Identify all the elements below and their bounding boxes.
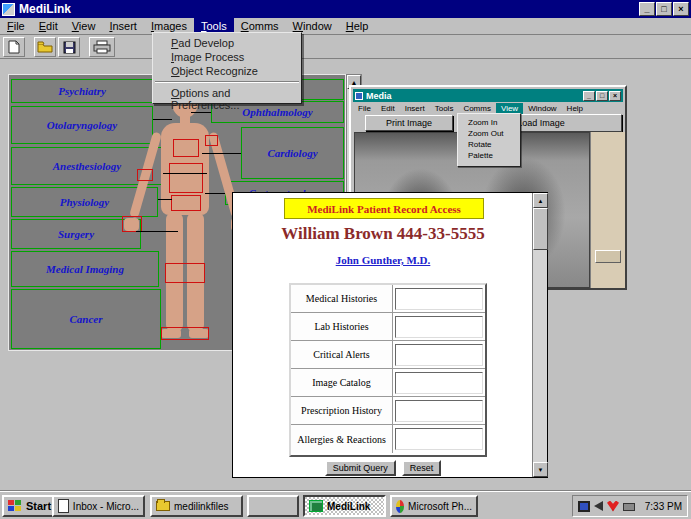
medilink-app-icon[interactable]: [2, 3, 15, 16]
roi-left-hand[interactable]: [122, 216, 142, 232]
medilink-application: MediLink _ □ × File Edit View Insert Ima…: [0, 0, 691, 519]
media-maximize-icon[interactable]: □: [596, 91, 608, 101]
critical-alerts-input[interactable]: [395, 344, 483, 366]
specialty-medical-imaging[interactable]: Medical Imaging: [11, 251, 159, 287]
tools-menu-options-preferences[interactable]: Options and Preferences...: [153, 86, 301, 112]
field-label-allergies-reactions: Allergies & Reactions: [291, 425, 393, 453]
media-menu-insert[interactable]: Insert: [400, 103, 430, 114]
tools-menu-object-recognize[interactable]: Object Recognize: [153, 64, 301, 78]
scroll-up-icon[interactable]: ▲: [533, 193, 548, 208]
taskbar: Start Inbox - Micro... medilinkfiles Med…: [0, 491, 691, 519]
media-menu-help[interactable]: Help: [562, 103, 588, 114]
menu-file[interactable]: File: [0, 18, 32, 34]
roi-left-forearm[interactable]: [137, 169, 153, 181]
image-catalog-input[interactable]: [395, 372, 483, 394]
media-app-icon: [355, 92, 363, 100]
view-menu-zoom-out[interactable]: Zoom Out: [468, 128, 520, 139]
roi-knees[interactable]: [165, 263, 205, 283]
menu-edit[interactable]: Edit: [32, 18, 65, 34]
field-label-prescription-history: Prescription History: [291, 397, 393, 424]
media-menu-edit[interactable]: Edit: [376, 103, 400, 114]
leader-ophthalmology: [191, 112, 211, 113]
close-icon[interactable]: ×: [673, 2, 689, 16]
tools-menu-pad-develop[interactable]: Pad Develop: [153, 36, 301, 50]
task-inbox[interactable]: Inbox - Micro...: [52, 495, 145, 517]
clock[interactable]: 7:33 PM: [645, 501, 682, 512]
media-menu-file[interactable]: File: [353, 103, 376, 114]
start-button[interactable]: Start: [2, 495, 57, 517]
new-document-icon[interactable]: [3, 37, 25, 57]
medilink-task-icon: [309, 500, 323, 512]
antivirus-shield-icon[interactable]: [607, 501, 619, 512]
task-microsoft-photo[interactable]: Microsoft Ph...: [390, 495, 478, 517]
table-row: Image Catalog: [291, 369, 485, 397]
media-menu-tools[interactable]: Tools: [430, 103, 459, 114]
roi-feet[interactable]: [161, 327, 209, 340]
view-menu-zoom-in[interactable]: Zoom In: [468, 117, 520, 128]
window-title: MediLink: [19, 2, 71, 16]
inbox-icon: [58, 499, 69, 513]
doctor-link[interactable]: John Gunther, M.D.: [233, 254, 533, 266]
main-menu-bar: File Edit View Insert Images Tools Comms…: [0, 18, 691, 35]
media-side-button[interactable]: [595, 250, 621, 263]
save-icon[interactable]: [58, 37, 80, 57]
media-close-icon[interactable]: ×: [609, 91, 621, 101]
specialty-psychiatry[interactable]: Psychiatry: [11, 79, 153, 103]
menu-insert[interactable]: Insert: [102, 18, 144, 34]
media-title-bar: Media _ □ ×: [353, 89, 623, 102]
media-menu-window[interactable]: Window: [523, 103, 561, 114]
task-blank[interactable]: [247, 495, 299, 517]
field-label-image-catalog: Image Catalog: [291, 369, 393, 396]
table-row: Medical Histories: [291, 285, 485, 313]
open-folder-icon[interactable]: [34, 37, 56, 57]
media-menu-view[interactable]: View: [496, 103, 523, 114]
submit-query-button[interactable]: Submit Query: [325, 460, 396, 476]
tools-menu-image-process[interactable]: Image Process: [153, 50, 301, 64]
minimize-icon[interactable]: _: [639, 2, 655, 16]
roi-abdomen[interactable]: [169, 163, 203, 193]
windows-logo-icon: [8, 500, 22, 512]
allergies-reactions-input[interactable]: [395, 428, 483, 450]
printer-tray-icon[interactable]: [623, 503, 635, 511]
patient-vertical-scrollbar[interactable]: ▲ ▼: [532, 193, 547, 477]
specialty-cancer[interactable]: Cancer: [11, 289, 161, 349]
folder-icon: [156, 501, 170, 511]
medical-histories-input[interactable]: [395, 288, 483, 310]
table-row: Allergies & Reactions: [291, 425, 485, 453]
menu-help[interactable]: Help: [339, 18, 376, 34]
main-toolbar: [0, 36, 691, 59]
task-medilinkfiles[interactable]: medilinkfiles: [150, 495, 243, 517]
roi-chest[interactable]: [173, 139, 199, 157]
main-title-bar: MediLink _ □ ×: [0, 0, 691, 18]
menu-view[interactable]: View: [65, 18, 103, 34]
scroll-down-icon[interactable]: ▼: [533, 462, 548, 477]
display-settings-icon[interactable]: [578, 501, 590, 512]
maximize-icon[interactable]: □: [656, 2, 672, 16]
prescription-history-input[interactable]: [395, 400, 483, 422]
task-medilink[interactable]: MediLink: [303, 495, 386, 517]
volume-icon[interactable]: [594, 501, 603, 511]
specialty-cardiology[interactable]: Cardiology: [241, 127, 344, 179]
patient-record-table: Medical Histories Lab Histories Critical…: [289, 283, 487, 457]
tools-dropdown-menu: Pad Develop Image Process Object Recogni…: [152, 32, 302, 104]
specialty-otolaryngology[interactable]: Otolaryngology: [11, 106, 153, 144]
media-minimize-icon[interactable]: _: [583, 91, 595, 101]
leader-anesthesiology: [163, 173, 207, 174]
leader-otolaryngology: [153, 119, 172, 120]
view-menu-rotate[interactable]: Rotate: [468, 139, 520, 150]
print-icon[interactable]: [89, 37, 115, 57]
roi-right-arm[interactable]: [205, 135, 218, 146]
print-image-button[interactable]: Print Image: [365, 115, 453, 131]
lab-histories-input[interactable]: [395, 316, 483, 338]
scrollbar-thumb[interactable]: [533, 208, 548, 250]
table-row: Prescription History: [291, 397, 485, 425]
media-menu-comms[interactable]: Comms: [458, 103, 496, 114]
media-side-panel: [590, 132, 625, 288]
reset-button[interactable]: Reset: [402, 460, 442, 476]
leader-surgery: [136, 231, 178, 232]
view-menu-palette[interactable]: Palette: [468, 150, 520, 161]
media-window-title: Media: [366, 91, 392, 101]
patient-form-buttons: Submit Query Reset: [233, 460, 533, 476]
roi-pelvis[interactable]: [171, 195, 201, 211]
field-label-lab-histories: Lab Histories: [291, 313, 393, 340]
